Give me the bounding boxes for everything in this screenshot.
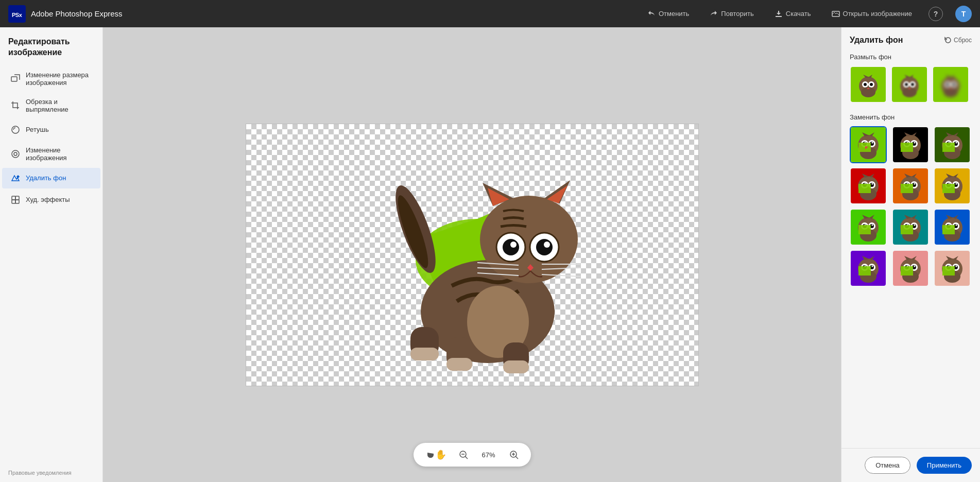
download-button[interactable]: Скачать (770, 8, 815, 20)
svg-rect-100 (901, 143, 913, 152)
open-image-icon (832, 10, 840, 18)
canvas-toolbar: ✋ 67% (414, 443, 531, 467)
redo-button[interactable]: Повторить (706, 8, 758, 20)
replace-thumb-blue (935, 210, 970, 245)
svg-text:PSx: PSx (12, 12, 23, 18)
apply-button[interactable]: Применить (917, 457, 972, 474)
replace-thumb-orange (893, 168, 928, 203)
blur-thumb-cat-3 (935, 71, 966, 99)
replace-option-teal[interactable] (892, 209, 929, 246)
sidebar-item-image-edit[interactable]: Изменение изображения (2, 141, 100, 167)
replace-option-blue[interactable] (934, 209, 971, 246)
svg-rect-144 (942, 184, 955, 193)
art-effects-icon (10, 195, 21, 205)
replace-option-purple[interactable] (850, 250, 887, 287)
header: PSx Adobe Photoshop Express Отменить Пов… (0, 0, 980, 27)
header-actions: Отменить Повторить Скачать Открыть изобр… (643, 6, 972, 22)
undo-button[interactable]: Отменить (643, 8, 693, 20)
replace-option-pink[interactable] (892, 250, 929, 287)
sidebar-item-retouch[interactable]: Ретушь (2, 119, 100, 140)
replace-section-label: Заменить фон (850, 113, 972, 121)
blur-option-none[interactable] (850, 66, 887, 103)
svg-rect-3 (11, 77, 17, 81)
zoom-out-icon (459, 450, 468, 459)
sidebar-item-image-edit-label: Изменение изображения (26, 146, 92, 162)
svg-rect-7 (12, 196, 15, 200)
svg-point-33 (510, 242, 517, 248)
replace-option-dark-green[interactable] (934, 126, 971, 163)
hand-tool-button[interactable]: ✋ (424, 447, 449, 462)
sidebar-item-remove-bg-label: Удалить фон (26, 174, 66, 182)
replace-thumb-pink (893, 251, 928, 286)
blur-thumb-cat-1 (853, 71, 884, 99)
image-edit-icon (10, 149, 21, 159)
blur-thumb-cat-2 (894, 71, 925, 99)
svg-rect-8 (15, 196, 19, 200)
cat-image-container (246, 124, 698, 386)
svg-point-84 (872, 142, 873, 144)
sidebar-item-art-effects[interactable]: Худ. эффекты (2, 190, 100, 210)
sidebar-item-crop[interactable]: Обрезка и выпрямление (2, 93, 100, 118)
reset-button[interactable]: Сброс (944, 37, 972, 44)
sidebar-title: Редактировать изображение (0, 27, 102, 65)
svg-point-118 (872, 183, 873, 185)
panel-title: Удалить фон (850, 36, 903, 45)
svg-marker-65 (904, 75, 910, 78)
svg-point-96 (914, 142, 915, 144)
retouch-icon (10, 125, 21, 135)
zoom-in-button[interactable] (507, 448, 521, 461)
blur-option-medium[interactable] (891, 66, 928, 103)
sidebar-footer-legal[interactable]: Правовые уведомления (0, 463, 102, 482)
replace-option-red[interactable] (850, 167, 887, 204)
svg-rect-19 (446, 358, 472, 371)
crop-icon (10, 100, 21, 111)
svg-line-46 (465, 456, 468, 459)
svg-marker-75 (951, 75, 955, 78)
replace-thumb-yellow (935, 168, 970, 203)
replace-thumb-peach (935, 251, 970, 286)
replace-thumb-dark-green (935, 127, 970, 162)
svg-rect-133 (901, 184, 913, 193)
user-avatar-button[interactable]: T (955, 6, 972, 22)
cancel-button[interactable]: Отмена (865, 457, 910, 474)
zoom-out-button[interactable] (457, 448, 470, 461)
logo-icon: PSx (8, 5, 26, 23)
blur-option-heavy[interactable] (932, 66, 969, 103)
replace-section: Заменить фон (841, 111, 980, 292)
svg-rect-88 (858, 143, 871, 152)
svg-rect-166 (901, 225, 913, 234)
replace-option-yellow[interactable] (934, 167, 971, 204)
replace-option-bright-green[interactable] (850, 209, 887, 246)
svg-rect-177 (942, 225, 955, 234)
svg-point-206 (956, 266, 957, 267)
svg-marker-74 (945, 75, 952, 78)
replace-option-green[interactable] (850, 126, 887, 163)
help-button[interactable]: ? (929, 7, 943, 21)
blur-thumbnails-row (841, 66, 980, 111)
svg-point-184 (872, 266, 873, 267)
svg-marker-66 (909, 75, 914, 78)
svg-rect-21 (503, 360, 529, 373)
remove-bg-icon (10, 173, 21, 183)
svg-marker-57 (868, 75, 872, 78)
replace-option-orange[interactable] (892, 167, 929, 204)
redo-icon (710, 10, 718, 18)
replace-grid (850, 126, 972, 287)
sidebar: Редактировать изображение Изменение разм… (0, 27, 103, 482)
replace-thumb-green (851, 127, 886, 162)
undo-icon (647, 10, 656, 18)
sidebar-item-remove-bg[interactable]: Удалить фон (2, 168, 100, 188)
download-icon (775, 10, 783, 18)
sidebar-item-resize[interactable]: Изменение размера изображения (2, 66, 100, 92)
app-title: Adobe Photoshop Express (31, 9, 123, 18)
svg-point-4 (12, 126, 19, 133)
svg-point-55 (870, 83, 873, 86)
open-image-button[interactable]: Открыть изображение (828, 8, 916, 20)
svg-point-195 (914, 266, 915, 267)
svg-point-151 (872, 225, 873, 226)
replace-option-black[interactable] (892, 126, 929, 163)
svg-rect-111 (942, 143, 955, 152)
replace-option-peach[interactable] (934, 250, 971, 287)
replace-thumb-red (851, 168, 886, 203)
cat-illustration (328, 136, 616, 373)
